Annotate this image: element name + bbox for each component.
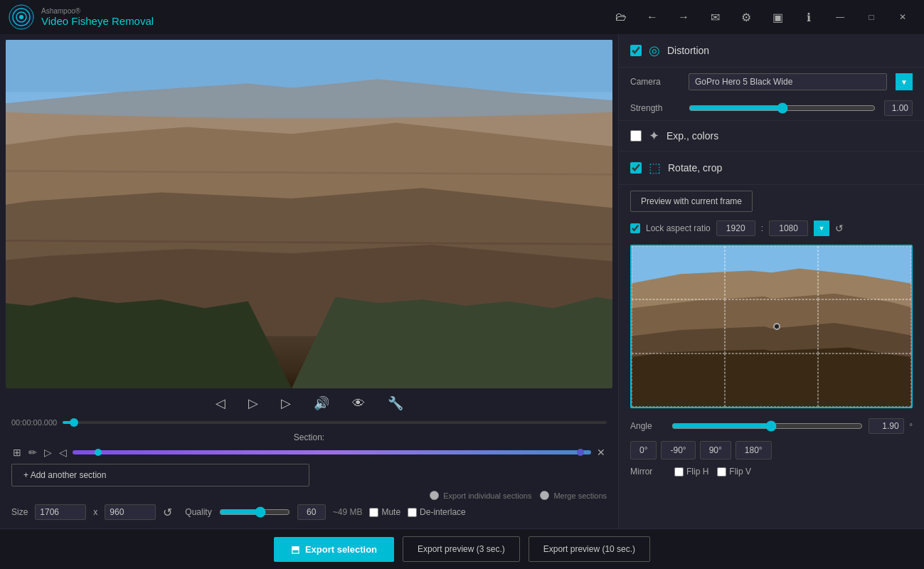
width-input[interactable] — [35, 504, 86, 520]
flip-h-label: Flip H — [686, 467, 708, 477]
prev-frame-btn[interactable]: ◁ — [213, 394, 228, 413]
section-track[interactable] — [73, 450, 591, 454]
mirror-row: Mirror Flip H Flip V — [619, 462, 924, 481]
back-btn[interactable]: ← — [639, 4, 665, 30]
flip-h-checkbox[interactable] — [674, 467, 684, 477]
video-preview-container — [6, 40, 612, 388]
titlebar: Ashampoo® Video Fisheye Removal 🗁 ← → ✉ … — [0, 0, 924, 34]
export-individual-radio[interactable] — [430, 491, 439, 500]
rotate-enable-checkbox[interactable] — [630, 162, 642, 174]
angle-slider[interactable] — [671, 420, 863, 432]
maximize-btn[interactable]: □ — [859, 4, 884, 30]
exposure-enable-checkbox[interactable] — [630, 130, 642, 142]
reset-size-btn[interactable]: ↺ — [163, 506, 172, 519]
angle-180-btn[interactable]: 180° — [736, 441, 772, 459]
app-logo: Ashampoo® Video Fisheye Removal — [9, 4, 154, 30]
deinterlace-group: De-interlace — [408, 507, 466, 517]
section-right-thumb[interactable] — [577, 449, 584, 456]
grid-cell-2 — [725, 246, 818, 299]
volume-btn[interactable]: 🔊 — [311, 394, 332, 413]
monitor-btn[interactable]: ▣ — [765, 4, 790, 30]
canyon-background — [6, 40, 612, 388]
crop-center-point[interactable] — [773, 323, 780, 330]
settings-btn[interactable]: ⚙ — [733, 4, 759, 30]
crop-preview-area[interactable]: 706x960 — [630, 245, 913, 408]
quality-value-input[interactable] — [297, 504, 326, 520]
export-options-row: Export individual sections Merge section… — [6, 489, 612, 501]
window-actions: 🗁 ← → ✉ ⚙ ▣ ℹ — □ ✕ — [608, 4, 915, 30]
timeline-track[interactable] — [63, 421, 607, 424]
add-section-btn[interactable]: + Add another section — [11, 464, 309, 486]
section-close-btn[interactable]: ✕ — [595, 445, 607, 459]
export-selection-btn[interactable]: ⬒ Export selection — [274, 537, 394, 562]
timeline-thumb[interactable] — [70, 418, 78, 427]
angle-neg90-btn[interactable]: -90° — [661, 441, 695, 459]
tool-btn[interactable]: 🔧 — [385, 394, 406, 413]
main-content: ◁ ▷ ▷ 🔊 👁 🔧 00:00:00.000 Section: ⊞ ✏ ▷ … — [0, 34, 924, 528]
angle-value-input[interactable] — [869, 418, 904, 434]
flip-v-label: Flip V — [729, 467, 751, 477]
section-edit-btn[interactable]: ✏ — [27, 445, 38, 459]
aspect-ratio-row: Lock aspect ratio : ▼ ↺ — [619, 218, 924, 239]
timecode: 00:00:00.000 — [11, 418, 57, 427]
aspect-width-input[interactable] — [716, 220, 755, 236]
aspect-dropdown-btn[interactable]: ▼ — [814, 220, 829, 236]
strength-label: Strength — [630, 103, 680, 113]
distortion-title: Distortion — [667, 45, 709, 56]
grid-cell-9 — [818, 353, 911, 407]
angle-deg-symbol: ° — [910, 422, 913, 430]
eye-btn[interactable]: 👁 — [349, 395, 368, 413]
strength-slider[interactable] — [689, 102, 876, 114]
flip-h-group: Flip H — [674, 467, 708, 477]
export-bar: ⬒ Export selection Export preview (3 sec… — [0, 528, 924, 569]
mute-checkbox[interactable] — [369, 508, 378, 517]
export-preview-10-btn[interactable]: Export preview (10 sec.) — [529, 536, 650, 562]
forward-btn[interactable]: → — [671, 4, 696, 30]
mail-btn[interactable]: ✉ — [702, 4, 728, 30]
angle-90-btn[interactable]: 90° — [700, 441, 731, 459]
angle-presets: 0° -90° 90° 180° — [619, 438, 924, 462]
right-panel: ◎ Distortion Camera GoPro Hero 5 Black W… — [618, 34, 924, 528]
angle-label: Angle — [630, 421, 666, 431]
close-btn[interactable]: ✕ — [890, 4, 915, 30]
height-input[interactable] — [105, 504, 156, 520]
play-btn[interactable]: ▷ — [245, 394, 261, 413]
angle-row: Angle ° — [619, 414, 924, 438]
size-label: Size — [11, 507, 28, 517]
next-frame-btn[interactable]: ▷ — [278, 394, 294, 413]
flip-v-checkbox[interactable] — [717, 467, 726, 477]
camera-row: Camera GoPro Hero 5 Black Wide ▼ — [619, 68, 924, 96]
aspect-lock-checkbox[interactable] — [630, 223, 640, 233]
section-add-icon-btn[interactable]: ⊞ — [11, 445, 23, 459]
deinterlace-checkbox[interactable] — [408, 508, 417, 517]
size-quality-row: Size x ↺ Quality ~49 MB Mute De-interlac… — [6, 501, 612, 523]
timeline-container: 00:00:00.000 — [6, 415, 612, 430]
export-individual-group: Export individual sections — [430, 491, 531, 500]
merge-sections-radio[interactable] — [540, 491, 549, 500]
grid-cell-4 — [632, 299, 725, 353]
distortion-header: ◎ Distortion — [619, 34, 924, 68]
grid-cell-8 — [725, 353, 818, 407]
section-forward-btn[interactable]: ▷ — [43, 445, 53, 459]
camera-select-arrow[interactable]: ▼ — [896, 73, 913, 90]
strength-row: Strength 1.00 — [619, 96, 924, 120]
grid-cell-1 — [632, 246, 725, 299]
aspect-height-input[interactable] — [769, 220, 808, 236]
section-back-btn[interactable]: ◁ — [58, 445, 68, 459]
dimension-separator: x — [93, 507, 97, 517]
minimize-btn[interactable]: — — [827, 4, 853, 30]
section-left-thumb[interactable] — [95, 449, 102, 456]
folder-btn[interactable]: 🗁 — [608, 4, 634, 30]
mute-group: Mute — [369, 507, 400, 517]
info-btn[interactable]: ℹ — [796, 4, 822, 30]
quality-slider[interactable] — [219, 506, 290, 518]
distortion-enable-checkbox[interactable] — [630, 45, 642, 56]
crop-grid-overlay — [632, 246, 911, 407]
export-preview-3-btn[interactable]: Export preview (3 sec.) — [403, 536, 520, 562]
angle-0-btn[interactable]: 0° — [630, 441, 657, 459]
rotate-icon: ⬚ — [649, 160, 661, 176]
mute-label: Mute — [381, 507, 400, 517]
camera-select[interactable]: GoPro Hero 5 Black Wide — [689, 73, 887, 90]
aspect-reset-btn[interactable]: ↺ — [835, 223, 844, 234]
preview-current-frame-btn[interactable]: Preview with current frame — [630, 191, 753, 212]
